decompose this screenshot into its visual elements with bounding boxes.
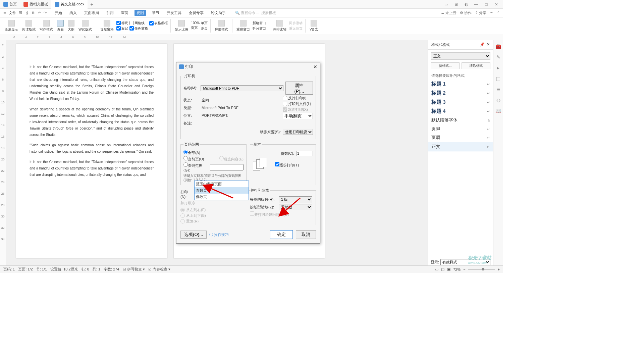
minimize-button[interactable]: — [473,2,480,7]
reverse-checkbox[interactable]: 反片打印(I) [283,96,313,101]
menu-icon[interactable]: ≡ [3,10,6,16]
view-mode-icon[interactable]: ▭ [435,267,438,271]
arrange-button[interactable]: 重排窗口 [235,20,251,32]
cursor-icon[interactable]: ▸ [497,65,499,70]
book-icon[interactable]: 📖 [495,108,501,113]
status-content[interactable]: ☑ 内容检查 ▾ [148,267,170,272]
style-footer[interactable]: 页脚↵ [428,124,493,133]
all-radio[interactable]: 全部(A) [183,150,200,155]
style-heading3[interactable]: 标题 3↵ [428,98,493,107]
menu-start[interactable]: 开始 [53,10,63,16]
zoom-out[interactable]: − [463,267,465,271]
save-icon[interactable]: 🖫 [19,11,22,15]
status-col[interactable]: 列: 1 [93,267,100,272]
status-pages[interactable]: 页面: 1/2 [18,267,33,272]
file-menu[interactable]: 文件 [9,10,16,15]
pen-icon[interactable]: ✎ [496,54,500,60]
more-icon[interactable]: ⋯ [490,11,493,15]
split-window[interactable]: 拆分窗口 [253,26,266,31]
outline-button[interactable]: 大纲 [66,20,76,32]
current-radio[interactable]: 当前页(U) [183,156,204,162]
select-icon[interactable]: ⬚ [496,76,500,81]
status-pos[interactable]: 设置值: 10.2厘米 [50,267,78,272]
collab-button[interactable]: ⚙ 协作 [460,10,472,15]
cancel-button[interactable]: 取消 [296,230,316,239]
copies-input[interactable] [296,151,313,156]
vertical-ruler[interactable]: 2246810121416182022242628303234 [0,40,6,273]
style-heading4[interactable]: 标题 4↵ [428,107,493,116]
eye-mode-button[interactable]: 护眼模式 [213,20,229,32]
style-header[interactable]: 页眉↵ [428,133,493,142]
web-button[interactable]: Web版式 [77,20,93,32]
writing-button[interactable]: 写作模式 [38,20,54,32]
pages-radio[interactable]: 页码范围(G): [183,162,209,172]
style-heading2[interactable]: 标题 2↵ [428,89,493,98]
style-body[interactable]: 正文↵ [428,142,493,151]
grid-checkbox[interactable]: 网格线 [129,21,148,26]
manual-select[interactable]: 手动翻页 [283,113,313,119]
search-command[interactable]: 🔍 查找命令... [235,10,259,15]
share-button[interactable]: ⇪ 分享 [475,10,486,15]
new-window[interactable]: 新建窗口 [253,21,266,26]
search-template[interactable]: 搜索模板 [261,10,276,15]
menu-layout[interactable]: 页面布局 [83,10,100,16]
properties-button[interactable]: 属性(P)... [285,82,313,95]
pin-icon[interactable]: 📌 [480,42,485,47]
menu-dev[interactable]: 开发工具 [165,10,183,16]
single-page[interactable]: 单页 [201,21,208,26]
maximize-button[interactable]: □ [483,2,490,7]
zoom-in[interactable]: + [498,267,500,271]
tablegrid-checkbox[interactable]: 表格虚框 [149,21,168,26]
tab-document[interactable]: 英文文档.docx [51,0,88,9]
menu-insert[interactable]: 插入 [68,10,78,16]
apps-icon[interactable]: ⊞ [453,2,460,7]
dialog-close-button[interactable]: ✕ [313,64,317,69]
print-icon[interactable]: 🖨 [25,11,29,15]
cloud-status[interactable]: ☁ 未上云 [441,10,457,15]
source-select[interactable]: 使用打印机设置 [283,129,313,135]
redo-icon[interactable]: ↷ [44,11,47,15]
status-section[interactable]: 节: 1/1 [36,267,47,272]
page-width[interactable]: 页宽 [191,26,200,30]
menu-review[interactable]: 审阅 [120,10,130,16]
menu-vip[interactable]: 会员专享 [187,10,205,16]
ruler-checkbox[interactable]: 标尺 [116,21,128,26]
pages-input[interactable] [210,164,244,170]
panel-close-icon[interactable]: ✕ [487,42,490,47]
status-line[interactable]: 行: 8 [82,267,89,272]
tofile-checkbox[interactable]: 打印到文件(L) [283,101,313,106]
options-button[interactable]: 选项(O)... [180,231,207,239]
page-1[interactable]: It is not the Chinese mainland, but the … [16,44,167,258]
macro-button[interactable]: VB 宏 [308,20,320,32]
marks-checkbox[interactable]: 标记 [116,26,128,31]
zoom-100[interactable]: 100% [191,21,200,25]
page-button[interactable]: 页面 [56,20,65,32]
layers-icon[interactable]: ≣ [496,87,500,92]
tips-link[interactable]: ⓘ 操作技巧 [209,232,229,237]
nav-pane-button[interactable]: 导航窗格 [99,20,115,32]
close-button[interactable]: ✕ [493,2,500,7]
menu-ref[interactable]: 引用 [105,10,115,16]
style-heading1[interactable]: 标题 1↵ [428,80,493,89]
view-mode2-icon[interactable]: ▢ [441,267,444,271]
tab-template[interactable]: 找稻壳模板 [20,0,51,9]
ok-button[interactable]: 确定 [270,230,293,239]
zoom-value[interactable]: 72% [453,267,461,271]
clear-format-button[interactable]: 清除格式 [462,62,490,69]
horizontal-ruler[interactable]: 6422468101214 [0,34,503,40]
fullscreen-button[interactable]: 全屏显示 [3,20,19,32]
layout-icon[interactable]: ▭ [443,2,449,7]
taskpane-checkbox[interactable]: 任务窗格 [129,26,148,31]
menu-section[interactable]: 章节 [151,10,161,16]
new-style-button[interactable]: 新样式... [431,62,460,69]
new-tab-button[interactable]: + [88,2,96,7]
collate-checkbox[interactable]: 逐份打印(T) [275,162,299,168]
printer-select[interactable]: Microsoft Print to PDF [201,85,283,91]
style-default-font[interactable]: 默认段落字体a [428,116,493,124]
status-page[interactable]: 页码: 1 [3,267,15,272]
zoom-button[interactable]: 显示比例 [173,20,190,32]
chevron-icon[interactable]: ⌃ [497,11,500,15]
status-words[interactable]: 字数: 274 [104,267,119,272]
multi-page[interactable]: 多页 [201,26,208,31]
view-mode3-icon[interactable]: ▣ [447,267,450,271]
